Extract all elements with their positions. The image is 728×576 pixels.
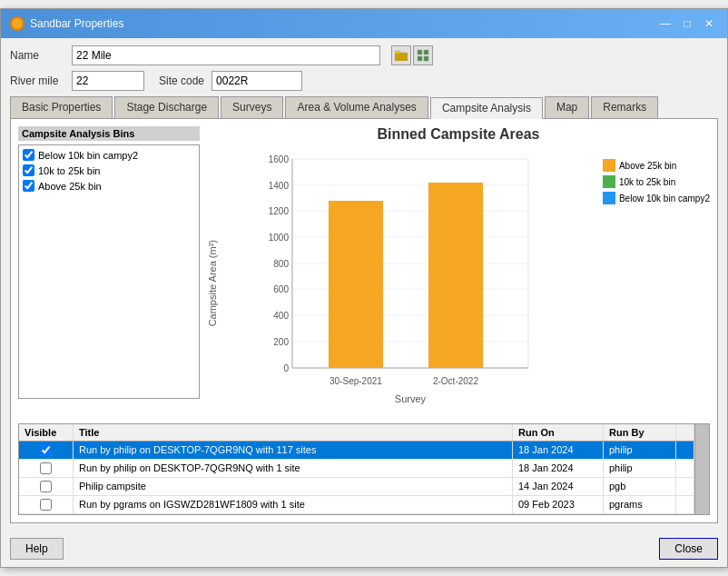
bin-item-1: 10k to 25k bin [23, 164, 195, 176]
svg-text:30-Sep-2021: 30-Sep-2021 [330, 376, 382, 386]
svg-text:800: 800 [273, 259, 289, 269]
row-visible-cell-2 [19, 478, 74, 495]
close-button[interactable]: Close [659, 538, 718, 560]
svg-text:200: 200 [273, 337, 289, 347]
bin-label-0: Below 10k bin campy2 [38, 150, 138, 161]
table-row[interactable]: Run by philip on DESKTOP-7QGR9NQ with 1 … [19, 460, 694, 478]
row-run-by-0: philip [604, 442, 676, 459]
form-icon-group [391, 45, 433, 65]
site-code-label: Site code [159, 74, 204, 87]
legend-item-0: Above 25k bin [603, 159, 710, 172]
svg-text:1200: 1200 [269, 206, 290, 216]
row-checkbox-1[interactable] [40, 462, 52, 474]
name-input[interactable] [72, 45, 380, 65]
row-title-3: Run by pgrams on IGSWZD281WF1809 with 1 … [74, 496, 513, 513]
legend-label-1: 10k to 25k bin [619, 177, 675, 187]
name-row: Name [10, 45, 718, 65]
bin-checkbox-1[interactable] [23, 164, 34, 176]
row-title-0: Run by philip on DESKTOP-7QGR9NQ with 11… [74, 442, 513, 459]
row-checkbox-3[interactable] [40, 499, 52, 511]
row-run-on-1: 18 Jan 2024 [513, 460, 604, 477]
title-controls: — □ ✕ [656, 15, 718, 33]
svg-rect-0 [395, 53, 408, 61]
analysis-table: Visible Title Run On Run By Run by phili… [18, 423, 710, 515]
bottom-bar: Help Close [1, 531, 727, 567]
river-row: River mile Site code [10, 71, 718, 91]
tab-bar: Basic Properties Stage Discharge Surveys… [10, 96, 718, 119]
bin-checkbox-2[interactable] [23, 180, 34, 192]
grid-icon-btn[interactable] [413, 45, 433, 65]
bin-checkbox-0[interactable] [23, 149, 34, 161]
folder-icon-btn[interactable] [391, 45, 411, 65]
form-section: Name [1, 38, 727, 531]
row-scroll-1 [676, 460, 694, 477]
table-scrollbar[interactable] [694, 424, 709, 514]
bins-label: Campsite Analysis Bins [18, 126, 200, 141]
svg-text:1400: 1400 [269, 181, 290, 191]
app-icon [10, 16, 25, 31]
help-button[interactable]: Help [10, 538, 64, 560]
y-axis-label: Campsite Area (m²) [207, 240, 218, 326]
tab-content-campsite: Campsite Analysis Bins Below 10k bin cam… [10, 119, 718, 523]
minimize-button[interactable]: — [656, 15, 674, 33]
svg-rect-3 [424, 50, 428, 55]
left-panel: Campsite Analysis Bins Below 10k bin cam… [18, 126, 200, 416]
legend-color-0 [603, 159, 615, 172]
row-scroll-2 [676, 478, 694, 495]
row-run-by-2: pgb [604, 478, 676, 495]
table-row[interactable]: Philip campsite 14 Jan 2024 pgb [19, 478, 694, 496]
row-visible-cell-3 [19, 496, 74, 513]
row-visible-cell-1 [19, 460, 74, 477]
row-title-2: Philip campsite [74, 478, 513, 495]
svg-rect-5 [424, 56, 428, 61]
chart-container: 0 200 400 600 800 1000 1200 1400 1600 [227, 150, 594, 416]
row-run-on-2: 14 Jan 2024 [513, 478, 604, 495]
col-scroll-placeholder [676, 424, 694, 441]
col-title: Title [74, 424, 513, 441]
svg-rect-4 [418, 56, 422, 61]
river-mile-input[interactable] [72, 71, 144, 91]
chart-svg: 0 200 400 600 800 1000 1200 1400 1600 [227, 150, 594, 413]
tab-surveys[interactable]: Surveys [221, 96, 283, 118]
tab-area[interactable]: Area & Volume Analyses [285, 96, 428, 118]
legend-item-2: Below 10k bin campy2 [603, 192, 710, 204]
row-scroll-3 [676, 496, 694, 513]
bin-label-1: 10k to 25k bin [38, 165, 101, 176]
table-wrapper: Visible Title Run On Run By Run by phili… [19, 424, 709, 514]
row-run-on-0: 18 Jan 2024 [513, 442, 604, 459]
bar-0 [329, 201, 383, 368]
tab-remarks[interactable]: Remarks [591, 96, 658, 118]
legend-color-1 [603, 175, 615, 188]
tab-map[interactable]: Map [545, 96, 589, 118]
right-panel: Binned Campsite Areas Campsite Area (m²) [207, 126, 710, 416]
svg-text:1000: 1000 [269, 233, 290, 243]
bin-item-0: Below 10k bin campy2 [23, 149, 195, 161]
chart-area: Campsite Area (m²) [207, 150, 710, 416]
table-row[interactable]: Run by philip on DESKTOP-7QGR9NQ with 11… [19, 442, 694, 460]
table-row[interactable]: Run by pgrams on IGSWZD281WF1809 with 1 … [19, 496, 694, 514]
close-window-button[interactable]: ✕ [700, 15, 718, 33]
row-checkbox-0[interactable] [40, 444, 52, 456]
row-scroll-0 [676, 442, 694, 459]
site-code-input[interactable] [212, 71, 302, 91]
legend-label-0: Above 25k bin [619, 161, 676, 171]
svg-text:Survey: Survey [395, 393, 427, 404]
tab-basic[interactable]: Basic Properties [10, 96, 113, 118]
tab-campsite[interactable]: Campsite Analysis [430, 97, 543, 119]
row-run-by-3: pgrams [604, 496, 676, 513]
bar-1 [428, 183, 483, 368]
row-checkbox-2[interactable] [40, 481, 52, 492]
bins-list: Below 10k bin campy2 10k to 25k bin Abov… [18, 144, 200, 399]
svg-text:1600: 1600 [269, 154, 290, 164]
bin-label-2: Above 25k bin [38, 181, 102, 192]
maximize-button[interactable]: □ [678, 15, 696, 33]
svg-rect-1 [395, 51, 400, 54]
svg-text:2-Oct-2022: 2-Oct-2022 [433, 376, 478, 386]
row-title-1: Run by philip on DESKTOP-7QGR9NQ with 1 … [74, 460, 513, 477]
chart-legend: Above 25k bin 10k to 25k bin Below 10k b… [603, 159, 710, 204]
svg-text:400: 400 [273, 311, 289, 321]
title-bar-left: Sandbar Properties [10, 16, 123, 31]
legend-item-1: 10k to 25k bin [603, 175, 710, 188]
tab-stage[interactable]: Stage Discharge [114, 96, 219, 118]
svg-text:0: 0 [283, 363, 289, 373]
